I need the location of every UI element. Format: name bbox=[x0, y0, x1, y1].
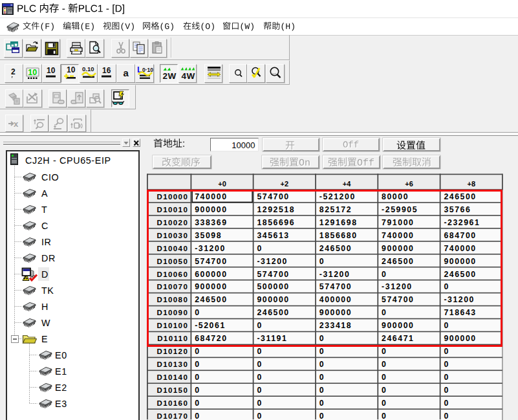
svg-text:0: 0 bbox=[382, 360, 387, 369]
svg-text:0: 0 bbox=[195, 347, 200, 356]
svg-text:0: 0 bbox=[444, 373, 449, 382]
svg-text:0: 0 bbox=[319, 399, 325, 408]
svg-text:0: 0 bbox=[382, 347, 387, 356]
svg-text:D10160: D10160 bbox=[157, 399, 189, 407]
svg-text:0: 0 bbox=[382, 373, 387, 382]
svg-text:D10170: D10170 bbox=[157, 412, 189, 420]
svg-text:0: 0 bbox=[319, 373, 325, 382]
svg-text:+4: +4 bbox=[343, 180, 351, 188]
svg-text:0: 0 bbox=[444, 399, 449, 408]
svg-text:2W: 2W bbox=[162, 71, 176, 81]
svg-text:D10140: D10140 bbox=[157, 373, 189, 381]
svg-text:0: 0 bbox=[382, 386, 387, 395]
svg-text:0: 0 bbox=[257, 373, 262, 382]
svg-text:+6: +6 bbox=[405, 180, 413, 188]
svg-text:0: 0 bbox=[257, 360, 262, 369]
svg-text:0: 0 bbox=[382, 412, 387, 420]
svg-text:0: 0 bbox=[195, 412, 200, 420]
svg-text:0: 0 bbox=[444, 386, 449, 395]
svg-text:0: 0 bbox=[444, 347, 449, 356]
svg-text:0: 0 bbox=[195, 360, 200, 369]
svg-text:D10120: D10120 bbox=[157, 348, 189, 355]
svg-text:0: 0 bbox=[319, 412, 325, 420]
svg-text:0: 0 bbox=[257, 399, 262, 408]
svg-text:+8: +8 bbox=[468, 180, 476, 188]
svg-text:0: 0 bbox=[319, 386, 325, 395]
svg-text:4W: 4W bbox=[181, 71, 195, 81]
svg-text:0: 0 bbox=[319, 360, 325, 369]
svg-text:0: 0 bbox=[195, 399, 200, 408]
svg-text:0: 0 bbox=[257, 412, 262, 420]
svg-text:0: 0 bbox=[195, 386, 200, 395]
svg-text:+0: +0 bbox=[218, 180, 226, 188]
svg-text:D10130: D10130 bbox=[157, 360, 189, 368]
svg-text:0: 0 bbox=[444, 360, 449, 369]
svg-text:D10150: D10150 bbox=[157, 386, 189, 394]
svg-text:0: 0 bbox=[319, 347, 325, 356]
svg-text:+2: +2 bbox=[281, 180, 289, 188]
svg-text:0: 0 bbox=[195, 373, 200, 382]
svg-text:0: 0 bbox=[444, 412, 449, 420]
svg-text:0: 0 bbox=[382, 399, 387, 408]
svg-text:0: 0 bbox=[257, 347, 262, 356]
svg-text:0: 0 bbox=[257, 386, 262, 395]
